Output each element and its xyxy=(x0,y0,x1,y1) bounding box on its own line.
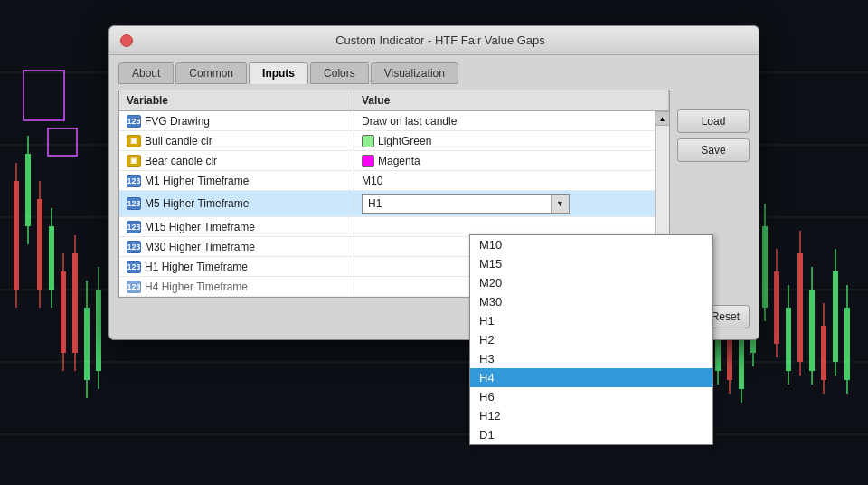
var-icon-123: 123 xyxy=(127,175,141,187)
var-icon-img: ▣ xyxy=(127,135,141,147)
dropdown-item-h3[interactable]: H3 xyxy=(470,349,712,368)
var-cell: 123 FVG Drawing xyxy=(119,112,354,130)
var-name: Bear candle clr xyxy=(145,155,217,167)
save-button[interactable]: Save xyxy=(677,138,750,162)
color-swatch-green xyxy=(362,135,374,147)
var-name: M1 Higher Timeframe xyxy=(145,175,249,187)
var-value: Magenta xyxy=(378,155,420,167)
table-row-selected[interactable]: 123 M5 Higher Timeframe H1 ▼ xyxy=(119,191,655,217)
select-arrow[interactable]: ▼ xyxy=(551,195,569,213)
table-row[interactable]: 123 M1 Higher Timeframe M10 xyxy=(119,171,655,191)
svg-rect-61 xyxy=(48,128,77,156)
val-cell xyxy=(354,224,655,230)
val-cell: M10 xyxy=(354,172,655,190)
header-value: Value xyxy=(354,90,669,110)
var-value: Draw on last candle xyxy=(362,115,457,128)
var-cell: 123 H4 Higher Timeframe xyxy=(119,278,354,296)
color-swatch-magenta xyxy=(362,155,374,167)
tab-inputs[interactable]: Inputs xyxy=(249,62,308,84)
select-field[interactable]: H1 ▼ xyxy=(362,194,570,214)
tab-about[interactable]: About xyxy=(118,62,174,84)
dialog-title: Custom Indicator - HTF Fair Value Gaps xyxy=(133,33,748,47)
var-name: M5 Higher Timeframe xyxy=(145,197,249,210)
dropdown-item-d1[interactable]: D1 xyxy=(470,425,712,444)
var-icon-123: 123 xyxy=(127,261,141,273)
val-cell[interactable]: H1 ▼ xyxy=(354,191,655,216)
scroll-up-arrow[interactable]: ▲ xyxy=(656,111,670,126)
var-icon-img: ▣ xyxy=(127,155,141,167)
dropdown-item-m30[interactable]: M30 xyxy=(470,292,712,311)
var-cell: 123 M30 Higher Timeframe xyxy=(119,238,354,256)
dropdown-item-h12[interactable]: H12 xyxy=(470,406,712,425)
tab-colors[interactable]: Colors xyxy=(310,62,369,84)
var-cell: 123 M1 Higher Timeframe xyxy=(119,172,354,190)
val-cell: LightGreen xyxy=(354,132,655,150)
dialog-window: Custom Indicator - HTF Fair Value Gaps A… xyxy=(108,25,760,340)
dropdown-item-h6[interactable]: H6 xyxy=(470,387,712,406)
var-name: H4 Higher Timeframe xyxy=(145,281,248,293)
dropdown-item-h2[interactable]: H2 xyxy=(470,330,712,349)
var-icon-123: 123 xyxy=(127,197,141,210)
dropdown-item-m10[interactable]: M10 xyxy=(470,235,712,254)
dropdown-item-h1[interactable]: H1 xyxy=(470,311,712,330)
load-button[interactable]: Load xyxy=(677,109,750,133)
var-icon-123: 123 xyxy=(127,115,141,128)
var-name: FVG Drawing xyxy=(145,115,210,128)
var-cell: ▣ Bear candle clr xyxy=(119,152,354,170)
var-value: M10 xyxy=(362,175,382,187)
val-cell: Magenta xyxy=(354,152,655,170)
var-name: H1 Higher Timeframe xyxy=(145,261,248,273)
table-row[interactable]: ▣ Bear candle clr Magenta xyxy=(119,151,655,171)
table-header: Variable Value xyxy=(119,90,669,111)
tab-bar: About Common Inputs Colors Visualization xyxy=(118,62,750,84)
var-cell: 123 M15 Higher Timeframe xyxy=(119,218,354,236)
var-name: Bull candle clr xyxy=(145,135,212,147)
dropdown-item-m15[interactable]: M15 xyxy=(470,254,712,273)
tab-visualization[interactable]: Visualization xyxy=(371,62,458,84)
table-row[interactable]: 123 FVG Drawing Draw on last candle xyxy=(119,111,655,131)
val-cell: Draw on last candle xyxy=(354,112,655,130)
select-value: H1 xyxy=(363,197,551,210)
var-cell: 123 M5 Higher Timeframe xyxy=(119,195,354,213)
close-button[interactable] xyxy=(120,34,133,47)
tab-common[interactable]: Common xyxy=(175,62,247,84)
var-name: M30 Higher Timeframe xyxy=(145,241,255,253)
var-name: M15 Higher Timeframe xyxy=(145,221,255,233)
header-variable: Variable xyxy=(119,90,354,110)
dropdown-item-h4[interactable]: H4 xyxy=(470,368,712,387)
svg-rect-60 xyxy=(24,71,64,120)
var-icon-123: 123 xyxy=(127,221,141,233)
var-cell: ▣ Bull candle clr xyxy=(119,132,354,150)
var-value: LightGreen xyxy=(378,135,431,147)
var-icon-123: 123 xyxy=(127,281,141,293)
dropdown-item-m20[interactable]: M20 xyxy=(470,273,712,292)
dialog-titlebar: Custom Indicator - HTF Fair Value Gaps xyxy=(109,26,759,55)
var-icon-123: 123 xyxy=(127,241,141,253)
dropdown-menu: M10 M15 M20 M30 H1 H2 H3 H4 H6 H12 D1 xyxy=(469,234,713,445)
var-cell: 123 H1 Higher Timeframe xyxy=(119,258,354,276)
table-row[interactable]: ▣ Bull candle clr LightGreen xyxy=(119,131,655,151)
